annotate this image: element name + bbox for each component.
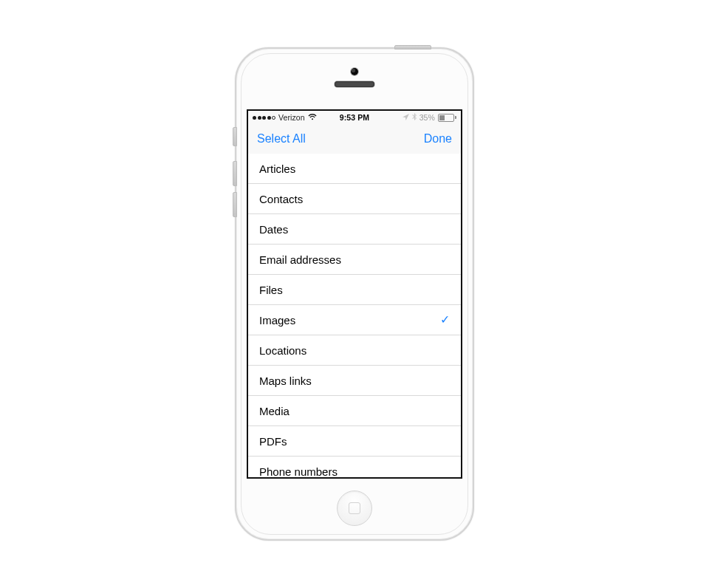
list-item[interactable]: Media✓	[248, 396, 461, 426]
list-item-label: Email addresses	[259, 253, 450, 266]
list-item[interactable]: Dates✓	[248, 214, 461, 245]
list-item[interactable]: Files✓	[248, 275, 461, 305]
list-item[interactable]: Articles✓	[248, 154, 461, 184]
list-item[interactable]: Maps links✓	[248, 366, 461, 396]
list-item-label: Articles	[259, 163, 450, 175]
status-left: Verizon	[253, 113, 317, 122]
list-item-label: Contacts	[259, 193, 450, 205]
list-item-label: Locations	[259, 344, 450, 357]
volume-down-button	[233, 192, 237, 217]
phone-frame: Verizon 9:53 PM 35%	[235, 47, 474, 541]
list-item-label: PDFs	[259, 435, 450, 448]
list-item-label: Dates	[259, 223, 450, 236]
list-item[interactable]: Locations✓	[248, 335, 461, 366]
status-right: 35%	[403, 113, 456, 122]
signal-strength-icon	[253, 116, 275, 120]
front-camera	[351, 68, 358, 75]
location-services-icon	[403, 113, 409, 122]
home-button[interactable]	[337, 490, 372, 526]
mute-switch	[233, 127, 237, 146]
phone-top-bezel	[236, 49, 473, 109]
checkmark-icon: ✓	[440, 314, 450, 326]
battery-icon	[438, 114, 456, 122]
screen: Verizon 9:53 PM 35%	[247, 109, 462, 479]
list-item[interactable]: Phone numbers✓	[248, 457, 461, 477]
list-item-label: Maps links	[259, 375, 450, 387]
carrier-label: Verizon	[278, 113, 305, 122]
select-all-button[interactable]: Select All	[257, 132, 306, 146]
list-item-label: Images	[259, 314, 440, 327]
battery-percent-label: 35%	[419, 113, 435, 122]
wifi-icon	[308, 113, 317, 122]
list-item[interactable]: PDFs✓	[248, 426, 461, 457]
list-item-label: Phone numbers	[259, 465, 450, 478]
list-item[interactable]: Images✓	[248, 305, 461, 335]
earpiece-speaker	[335, 81, 374, 87]
list-item-label: Files	[259, 284, 450, 296]
volume-up-button	[233, 161, 237, 186]
nav-bar: Select All Done	[248, 124, 461, 154]
done-button[interactable]: Done	[424, 132, 452, 146]
list-item-label: Media	[259, 405, 450, 417]
options-list[interactable]: Articles✓Contacts✓Dates✓Email addresses✓…	[248, 154, 461, 477]
status-bar: Verizon 9:53 PM 35%	[248, 111, 461, 124]
list-item[interactable]: Contacts✓	[248, 184, 461, 214]
bluetooth-icon	[412, 113, 417, 122]
list-item[interactable]: Email addresses✓	[248, 245, 461, 275]
